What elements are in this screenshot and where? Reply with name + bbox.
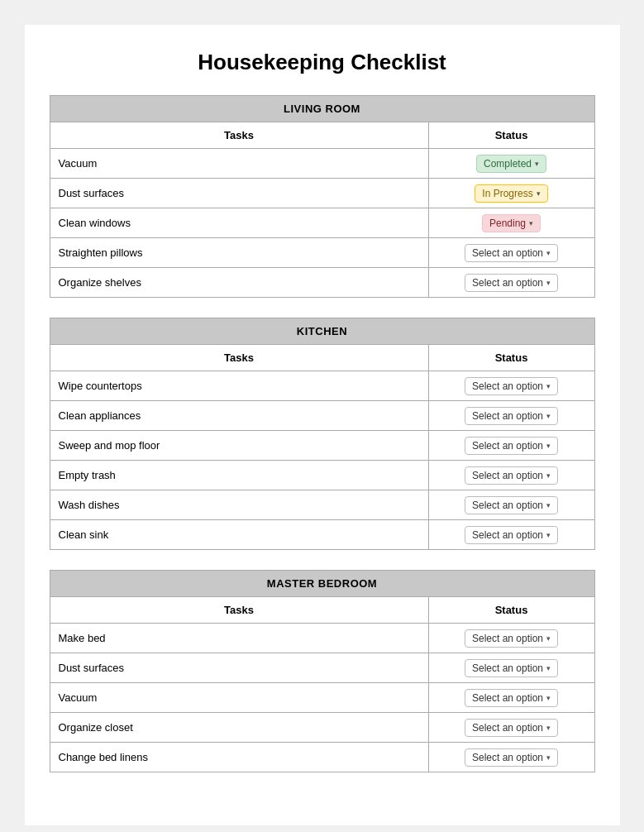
section-header-master-bedroom: MASTER BEDROOM — [50, 571, 594, 596]
chevron-down-icon: ▾ — [546, 471, 551, 480]
section-kitchen: KITCHENTasksStatusWipe countertopsSelect… — [50, 318, 595, 550]
status-select-label: Select an option — [472, 410, 543, 422]
table-row: VacuumCompleted▾ — [50, 148, 594, 178]
table-row: Dust surfacesIn Progress▾ — [50, 178, 594, 208]
status-select-dropdown[interactable]: Select an option▾ — [465, 437, 558, 455]
status-select-dropdown[interactable]: Select an option▾ — [465, 244, 558, 262]
status-cell: Select an option▾ — [429, 713, 594, 742]
status-cell: In Progress▾ — [429, 179, 594, 208]
task-cell: Vacuum — [50, 683, 429, 712]
table-row: VacuumSelect an option▾ — [50, 682, 594, 712]
task-cell: Wash dishes — [50, 490, 429, 519]
status-select-label: Select an option — [472, 692, 543, 704]
col-header-status: Status — [429, 345, 594, 371]
table-row: Clean sinkSelect an option▾ — [50, 519, 594, 549]
table-row: Wipe countertopsSelect an option▾ — [50, 371, 594, 400]
chevron-down-icon: ▾ — [546, 412, 551, 420]
status-badge[interactable]: Pending▾ — [482, 214, 541, 232]
section-living-room: LIVING ROOMTasksStatusVacuumCompleted▾Du… — [50, 95, 595, 298]
status-badge-label: Pending — [489, 218, 526, 229]
table-row: Clean appliancesSelect an option▾ — [50, 400, 594, 430]
chevron-down-icon: ▾ — [546, 531, 551, 539]
chevron-down-icon: ▾ — [546, 634, 551, 643]
chevron-down-icon: ▾ — [546, 279, 551, 287]
status-select-label: Select an option — [472, 247, 543, 259]
status-cell: Select an option▾ — [429, 401, 594, 430]
col-header-tasks: Tasks — [50, 345, 429, 371]
status-badge[interactable]: In Progress▾ — [475, 184, 547, 203]
col-header-row-living-room: TasksStatus — [50, 122, 594, 148]
status-select-dropdown[interactable]: Select an option▾ — [465, 496, 558, 514]
task-cell: Organize shelves — [50, 268, 429, 297]
status-select-dropdown[interactable]: Select an option▾ — [465, 659, 558, 677]
col-header-tasks: Tasks — [50, 122, 429, 148]
status-cell: Select an option▾ — [429, 431, 594, 460]
col-header-status: Status — [429, 122, 594, 148]
status-badge-label: In Progress — [482, 188, 532, 199]
chevron-down-icon: ▾ — [546, 442, 551, 450]
status-cell: Select an option▾ — [429, 238, 594, 267]
status-badge[interactable]: Completed▾ — [476, 155, 546, 173]
chevron-down-icon: ▾ — [546, 382, 551, 390]
table-row: Make bedSelect an option▾ — [50, 623, 594, 653]
status-select-dropdown[interactable]: Select an option▾ — [465, 407, 558, 425]
status-cell: Select an option▾ — [429, 461, 594, 490]
table-row: Sweep and mop floorSelect an option▾ — [50, 430, 594, 460]
status-cell: Select an option▾ — [429, 653, 594, 682]
status-cell: Select an option▾ — [429, 490, 594, 519]
status-select-dropdown[interactable]: Select an option▾ — [465, 748, 558, 767]
status-select-dropdown[interactable]: Select an option▾ — [465, 629, 558, 648]
status-cell: Select an option▾ — [429, 268, 594, 297]
status-select-label: Select an option — [472, 277, 543, 289]
task-cell: Organize closet — [50, 713, 429, 742]
status-select-dropdown[interactable]: Select an option▾ — [465, 526, 558, 544]
status-cell: Select an option▾ — [429, 683, 594, 712]
section-master-bedroom: MASTER BEDROOMTasksStatusMake bedSelect … — [50, 570, 595, 772]
table-row: Organize closetSelect an option▾ — [50, 712, 594, 742]
page-title: Housekeeping Checklist — [50, 50, 595, 75]
task-cell: Dust surfaces — [50, 179, 429, 208]
status-select-dropdown[interactable]: Select an option▾ — [465, 689, 558, 707]
col-header-row-kitchen: TasksStatus — [50, 344, 594, 371]
table-row: Organize shelvesSelect an option▾ — [50, 267, 594, 297]
status-cell: Completed▾ — [429, 149, 594, 178]
status-cell: Select an option▾ — [429, 371, 594, 400]
task-cell: Wipe countertops — [50, 371, 429, 400]
table-row: Empty trashSelect an option▾ — [50, 460, 594, 490]
chevron-down-icon: ▾ — [537, 189, 541, 198]
status-select-label: Select an option — [472, 440, 543, 452]
table-row: Straighten pillowsSelect an option▾ — [50, 237, 594, 267]
table-row: Wash dishesSelect an option▾ — [50, 490, 594, 519]
status-select-label: Select an option — [472, 380, 543, 392]
col-header-status: Status — [429, 597, 594, 623]
status-cell: Select an option▾ — [429, 743, 594, 772]
task-cell: Clean appliances — [50, 401, 429, 430]
col-header-row-master-bedroom: TasksStatus — [50, 596, 594, 623]
task-cell: Make bed — [50, 624, 429, 653]
chevron-down-icon: ▾ — [546, 753, 551, 762]
table-row: Clean windowsPending▾ — [50, 208, 594, 237]
task-cell: Sweep and mop floor — [50, 431, 429, 460]
status-select-label: Select an option — [472, 529, 543, 541]
status-cell: Pending▾ — [429, 208, 594, 237]
status-select-dropdown[interactable]: Select an option▾ — [465, 377, 558, 395]
status-select-dropdown[interactable]: Select an option▾ — [465, 466, 558, 485]
status-cell: Select an option▾ — [429, 624, 594, 653]
chevron-down-icon: ▾ — [529, 219, 533, 227]
status-select-dropdown[interactable]: Select an option▾ — [465, 274, 558, 292]
status-select-label: Select an option — [472, 500, 543, 511]
status-select-dropdown[interactable]: Select an option▾ — [465, 719, 558, 737]
task-cell: Clean windows — [50, 208, 429, 237]
task-cell: Clean sink — [50, 520, 429, 549]
chevron-down-icon: ▾ — [546, 249, 551, 257]
section-header-kitchen: KITCHEN — [50, 318, 594, 344]
task-cell: Dust surfaces — [50, 653, 429, 682]
status-select-label: Select an option — [472, 722, 543, 734]
status-select-label: Select an option — [472, 662, 543, 674]
task-cell: Straighten pillows — [50, 238, 429, 267]
status-select-label: Select an option — [472, 633, 543, 644]
status-select-label: Select an option — [472, 752, 543, 763]
chevron-down-icon: ▾ — [535, 160, 539, 168]
table-row: Change bed linensSelect an option▾ — [50, 742, 594, 772]
section-header-living-room: LIVING ROOM — [50, 96, 594, 122]
